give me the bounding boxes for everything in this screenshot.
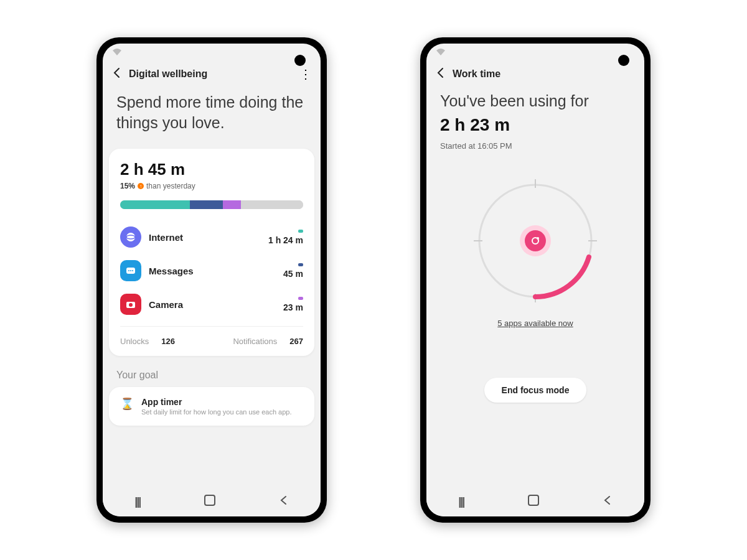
usage-card[interactable]: 2 h 45 m 15% ↑ than yesterday Internet1 … — [109, 149, 314, 356]
page-title: Work time — [453, 68, 500, 80]
stats-row: Unlocks 126 Notifications 267 — [120, 332, 303, 347]
hourglass-icon: ⌛ — [120, 397, 134, 411]
back-button[interactable] — [435, 66, 446, 82]
app-time: 45 m — [283, 269, 303, 279]
unlocks-label: Unlocks — [120, 337, 149, 346]
app-row[interactable]: Internet1 h 24 m — [120, 220, 303, 254]
app-row[interactable]: Messages45 m — [120, 254, 303, 287]
svg-point-0 — [126, 233, 135, 241]
app-timer-card[interactable]: ⌛ App timer Set daily limit for how long… — [109, 387, 314, 426]
app-icon — [120, 226, 141, 248]
started-at: Started at 16:05 PM — [426, 141, 644, 151]
svg-point-7 — [129, 303, 133, 307]
nav-recents-button[interactable]: ||| — [134, 495, 140, 508]
camera-hole — [618, 55, 629, 66]
app-color-dot — [298, 230, 303, 233]
hero-text: Spend more time doing the things you lov… — [103, 88, 321, 149]
phone-mockup-right: Work time You've been using for 2 h 23 m… — [420, 37, 651, 523]
svg-point-4 — [130, 270, 131, 271]
app-icon — [120, 294, 141, 315]
nav-home-button[interactable] — [528, 495, 539, 509]
focus-center-icon — [520, 225, 551, 256]
nav-bar: ||| — [426, 487, 644, 516]
nav-back-button[interactable] — [603, 495, 613, 508]
svg-point-14 — [537, 237, 539, 240]
focus-progress-ring — [426, 151, 644, 306]
session-time: 2 h 23 m — [426, 115, 644, 135]
app-name: Messages — [149, 266, 194, 276]
end-focus-button[interactable]: End focus mode — [484, 378, 587, 403]
app-name: Internet — [149, 232, 183, 243]
trend-label: than yesterday — [146, 182, 195, 190]
notifications-label: Notifications — [233, 337, 277, 346]
usage-segment — [120, 200, 190, 209]
usage-segment — [223, 200, 241, 209]
trend-row: 15% ↑ than yesterday — [120, 182, 303, 190]
app-time: 23 m — [283, 302, 303, 312]
screen: Digital wellbeing ⋮ Spend more time doin… — [103, 44, 321, 516]
phone-mockup-left: Digital wellbeing ⋮ Spend more time doin… — [96, 37, 327, 523]
usage-segment — [241, 200, 303, 209]
usage-segment — [190, 200, 223, 209]
top-bar: Digital wellbeing ⋮ — [103, 62, 321, 88]
nav-home-button[interactable] — [204, 495, 215, 509]
trend-up-icon: ↑ — [138, 183, 144, 189]
your-goal-header: Your goal — [103, 356, 321, 387]
hero-text: You've been using for — [426, 88, 644, 113]
unlocks-value: 126 — [161, 337, 175, 346]
nav-back-button[interactable] — [279, 495, 289, 508]
app-color-dot — [298, 263, 303, 266]
wifi-icon — [436, 49, 445, 57]
screen: Work time You've been using for 2 h 23 m… — [426, 44, 644, 516]
divider — [120, 326, 303, 327]
status-bar — [426, 44, 644, 62]
svg-point-3 — [128, 270, 129, 271]
nav-bar: ||| — [103, 487, 321, 516]
wifi-icon — [113, 49, 121, 57]
overflow-menu-icon[interactable]: ⋮ — [299, 68, 312, 80]
back-button[interactable] — [111, 66, 123, 82]
trend-percent: 15% — [120, 182, 135, 190]
app-timer-title: App timer — [141, 397, 292, 407]
available-apps-link[interactable]: 5 apps available now — [426, 319, 644, 328]
app-name: Camera — [149, 299, 183, 310]
app-timer-desc: Set daily limit for how long you can use… — [141, 408, 292, 416]
usage-bar — [120, 200, 303, 209]
app-time: 1 h 24 m — [268, 235, 303, 245]
notifications-value: 267 — [289, 337, 303, 346]
svg-point-5 — [132, 270, 133, 271]
total-time: 2 h 45 m — [120, 160, 303, 179]
camera-hole — [294, 55, 306, 66]
top-bar: Work time — [426, 62, 644, 88]
app-row[interactable]: Camera23 m — [120, 287, 303, 321]
app-color-dot — [298, 297, 303, 300]
nav-recents-button[interactable]: ||| — [458, 495, 464, 508]
status-bar — [103, 44, 321, 62]
app-icon — [120, 260, 141, 281]
page-title: Digital wellbeing — [129, 68, 207, 80]
